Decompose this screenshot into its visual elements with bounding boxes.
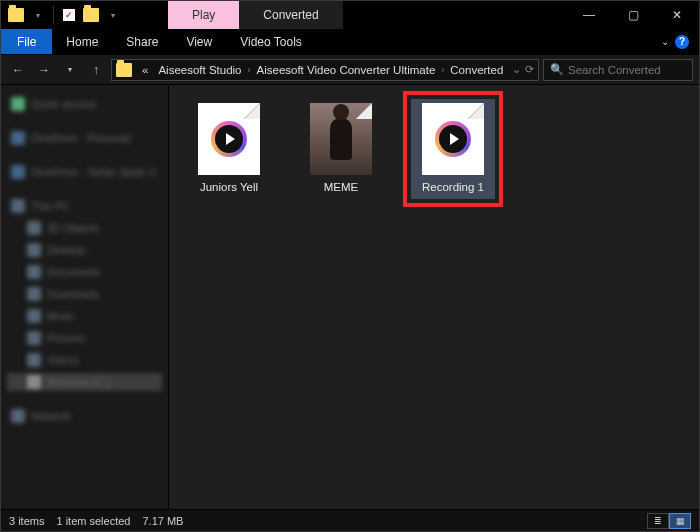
file-label: MEME — [324, 181, 359, 195]
ribbon-tab-view[interactable]: View — [172, 29, 226, 54]
separator — [53, 6, 54, 24]
sidebar-item-label: Network — [31, 410, 71, 422]
folder-icon[interactable] — [7, 6, 25, 24]
sidebar-item[interactable]: This PC — [7, 197, 162, 215]
ribbon-tab-home[interactable]: Home — [52, 29, 112, 54]
window-controls: — ▢ ✕ — [567, 1, 699, 29]
tree-icon — [11, 131, 25, 145]
nav-recent-icon[interactable]: ▾ — [59, 59, 81, 81]
sidebar-item[interactable]: Windows (C:) — [7, 373, 162, 391]
tree-icon — [27, 221, 41, 235]
breadcrumb-item[interactable]: Aiseesoft Studio — [154, 64, 245, 76]
minimize-button[interactable]: — — [567, 1, 611, 29]
tree-icon — [27, 243, 41, 257]
tree-icon — [11, 165, 25, 179]
sidebar-item-label: Downloads — [47, 288, 99, 300]
file-item[interactable]: Juniors Yell — [187, 99, 271, 199]
explorer-body: Quick accessOneDrive - PersonalOneDrive … — [1, 85, 699, 509]
sidebar-item[interactable]: 3D Objects — [7, 219, 162, 237]
file-label: Recording 1 — [422, 181, 484, 195]
status-bar: 3 items 1 item selected 7.17 MB ≣ ▦ — [1, 509, 699, 531]
title-bar: ▾ ✓ ▾ Play Converted — ▢ ✕ — [1, 1, 699, 29]
items-row: Juniors YellMEMERecording 1 — [187, 99, 681, 199]
content-pane[interactable]: Juniors YellMEMERecording 1 — [169, 85, 699, 509]
sidebar-item-label: OneDrive - Personal — [31, 132, 131, 144]
status-item-count: 3 items — [9, 515, 44, 527]
sidebar-item-label: Documents — [47, 266, 100, 278]
view-large-icons-button[interactable]: ▦ — [669, 513, 691, 529]
sidebar-item-label: This PC — [31, 200, 70, 212]
sidebar-item-label: Pictures — [47, 332, 85, 344]
view-toggle: ≣ ▦ — [647, 513, 691, 529]
properties-icon[interactable]: ✓ — [60, 6, 78, 24]
ribbon-tab-file[interactable]: File — [1, 29, 52, 54]
navigation-pane[interactable]: Quick accessOneDrive - PersonalOneDrive … — [1, 85, 169, 509]
tree-icon — [27, 353, 41, 367]
search-input[interactable]: 🔍 Search Converted — [543, 59, 693, 81]
breadcrumb-prefix[interactable]: « — [138, 64, 152, 76]
sidebar-item[interactable]: Network — [7, 407, 162, 425]
tree-icon — [27, 375, 41, 389]
breadcrumb-item[interactable]: Aiseesoft Video Converter Ultimate — [253, 64, 440, 76]
nav-up-button[interactable]: ↑ — [85, 59, 107, 81]
play-icon — [226, 133, 235, 145]
sidebar-item-label: Desktop — [47, 244, 86, 256]
new-folder-icon[interactable] — [82, 6, 100, 24]
search-placeholder: Search Converted — [568, 64, 661, 76]
status-selection: 1 item selected — [56, 515, 130, 527]
sidebar-item-label: Windows (C:) — [47, 376, 110, 388]
chevron-right-icon[interactable]: › — [441, 65, 444, 75]
qat-customize-icon[interactable]: ▾ — [104, 6, 122, 24]
sidebar-item-label: 3D Objects — [47, 222, 99, 234]
sidebar-item-label: Quick access — [31, 98, 96, 110]
sidebar-item[interactable]: Pictures — [7, 329, 162, 347]
tree-icon — [27, 309, 41, 323]
ribbon-tab-share[interactable]: Share — [112, 29, 172, 54]
contextual-tabs: Play Converted — [168, 1, 343, 29]
file-label: Juniors Yell — [200, 181, 258, 195]
maximize-button[interactable]: ▢ — [611, 1, 655, 29]
sidebar-item[interactable]: OneDrive - Personal — [7, 129, 162, 147]
nav-forward-button[interactable]: → — [33, 59, 55, 81]
ribbon-tab-video-tools[interactable]: Video Tools — [226, 29, 316, 54]
sidebar-item[interactable]: Quick access — [7, 95, 162, 113]
ribbon-tabs: File Home Share View Video Tools ⌄ ? — [1, 29, 699, 55]
file-item[interactable]: MEME — [299, 99, 383, 199]
file-item[interactable]: Recording 1 — [411, 99, 495, 199]
help-icon[interactable]: ? — [675, 35, 689, 49]
tree-icon — [27, 331, 41, 345]
play-icon — [450, 133, 459, 145]
context-tab-play[interactable]: Play — [168, 1, 239, 29]
close-button[interactable]: ✕ — [655, 1, 699, 29]
video-thumbnail — [310, 103, 372, 175]
sidebar-item[interactable]: Music — [7, 307, 162, 325]
sidebar-item[interactable]: OneDrive - Tarlac State U — [7, 163, 162, 181]
folder-icon — [116, 63, 132, 77]
tree-icon — [27, 265, 41, 279]
search-icon: 🔍 — [550, 63, 564, 76]
nav-back-button[interactable]: ← — [7, 59, 29, 81]
sidebar-item-label: Music — [47, 310, 74, 322]
sidebar-item[interactable]: Documents — [7, 263, 162, 281]
explorer-window: ▾ ✓ ▾ Play Converted — ▢ ✕ File Home Sha… — [0, 0, 700, 532]
refresh-icon[interactable]: ⟳ — [525, 63, 534, 76]
chevron-right-icon[interactable]: › — [248, 65, 251, 75]
ribbon-collapse-icon[interactable]: ⌄ — [661, 36, 669, 47]
tree-icon — [11, 97, 25, 111]
qat-dropdown-icon[interactable]: ▾ — [29, 6, 47, 24]
view-details-button[interactable]: ≣ — [647, 513, 669, 529]
sidebar-item[interactable]: Downloads — [7, 285, 162, 303]
video-file-icon — [422, 103, 484, 175]
video-file-icon — [198, 103, 260, 175]
sidebar-item-label: OneDrive - Tarlac State U — [31, 166, 156, 178]
breadcrumb[interactable]: « Aiseesoft Studio › Aiseesoft Video Con… — [111, 59, 539, 81]
sidebar-item-label: Videos — [47, 354, 79, 366]
window-title: Converted — [239, 1, 342, 29]
sidebar-item[interactable]: Desktop — [7, 241, 162, 259]
quick-access-toolbar: ▾ ✓ ▾ — [1, 1, 128, 29]
breadcrumb-item[interactable]: Converted — [446, 64, 507, 76]
address-bar: ← → ▾ ↑ « Aiseesoft Studio › Aiseesoft V… — [1, 55, 699, 85]
address-dropdown-icon[interactable]: ⌄ — [512, 63, 521, 76]
tree-icon — [11, 199, 25, 213]
sidebar-item[interactable]: Videos — [7, 351, 162, 369]
